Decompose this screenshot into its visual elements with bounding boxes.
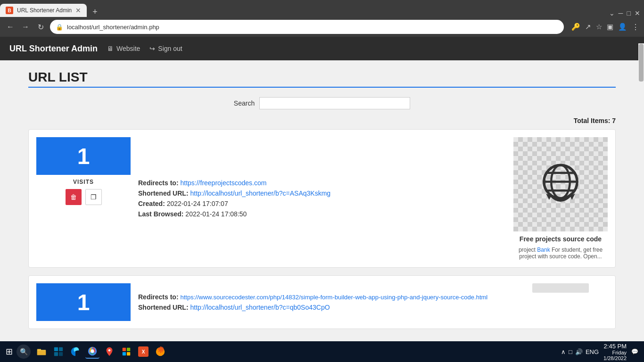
taskbar-task-view[interactable]	[51, 345, 66, 359]
search-input[interactable]	[259, 97, 410, 109]
menu-icon[interactable]: ⋮	[632, 23, 639, 32]
show-hidden-icons[interactable]: ∧	[561, 348, 566, 355]
profile-icon[interactable]: 👤	[618, 23, 627, 31]
preview-desc-normal: project	[519, 247, 537, 253]
visits-count-2: 1	[77, 289, 90, 315]
redirects-to-label-2: Redirects to:	[138, 293, 179, 301]
tab-list-icon[interactable]: ⌄	[609, 9, 615, 17]
page-title: URL LIST	[28, 70, 616, 85]
reload-button[interactable]: ↻	[35, 23, 46, 32]
preview-desc-link: Bank	[537, 247, 550, 253]
redirects-to-line: Redirects to: https://freeprojectscodes.…	[138, 179, 506, 187]
created-label: Created:	[138, 200, 165, 207]
shortened-url[interactable]: http://localhost/url_shortener/b?c=ASAq3…	[190, 189, 330, 197]
signout-link[interactable]: ↪ Sign out	[149, 45, 182, 52]
main-content: URL LIST Search Total Items: 7 1 VISITS …	[0, 60, 644, 346]
address-url-text: localhost/url_shortener/admin.php	[67, 24, 558, 31]
svg-point-16	[108, 349, 111, 352]
globe-icon	[535, 158, 586, 210]
minimize-button[interactable]: ─	[619, 9, 623, 17]
url-preview: Free projects source code project Bank F…	[513, 137, 608, 260]
visits-number-box-2: 1	[36, 283, 131, 321]
website-link[interactable]: 🖥 Website	[107, 45, 140, 52]
taskbar-chrome[interactable]	[85, 345, 99, 359]
back-button[interactable]: ←	[5, 23, 16, 31]
redirects-to-url-2[interactable]: https://www.sourcecodester.com/php/14832…	[180, 294, 487, 301]
extensions-icon[interactable]: ▣	[607, 23, 613, 31]
redirects-to-url[interactable]: https://freeprojectscodes.com	[180, 179, 266, 187]
shortened-url-line: Shortened URL: http://localhost/url_shor…	[138, 189, 506, 197]
title-divider	[28, 87, 616, 88]
last-browsed-line: Last Browsed: 2022-01-24 17:08:50	[138, 210, 506, 218]
browser-window: B URL Shortener Admin ✕ + ⌄ ─ □ ✕ ← → ↻ …	[0, 0, 644, 362]
shortened-url-2[interactable]: http://localhost/url_shortener/b?c=qb0So…	[190, 304, 330, 311]
signout-label: Sign out	[158, 45, 182, 52]
url-card: 1 VISITS 🗑 ❐ Redirects to: https://freep…	[28, 129, 616, 268]
taskbar-firefox[interactable]	[153, 345, 167, 359]
taskbar-clock[interactable]: 2:45 PM Friday 1/28/2022	[603, 343, 627, 361]
taskbar-edge[interactable]	[68, 345, 83, 359]
taskbar-search-button[interactable]: 🔍	[17, 345, 31, 359]
tab-right-controls: ⌄ ─ □ ✕	[609, 9, 644, 17]
shortened-url-line-2: Shortened URL: http://localhost/url_shor…	[138, 304, 506, 311]
tab-title: URL Shortener Admin	[17, 7, 72, 14]
svg-rect-17	[123, 348, 126, 351]
redirects-to-line-2: Redirects to: https://www.sourcecodester…	[138, 293, 506, 301]
copy-button[interactable]: ❐	[85, 189, 102, 205]
svg-rect-9	[37, 351, 46, 355]
visits-actions: 🗑 ❐	[66, 189, 102, 205]
date-display: Friday	[603, 350, 627, 355]
address-bar[interactable]: 🔒 localhost/url_shortener/admin.php	[50, 20, 564, 34]
bookmark-icon[interactable]: ☆	[596, 23, 602, 31]
shortened-url-label-2: Shortened URL:	[138, 304, 189, 311]
delete-button[interactable]: 🗑	[66, 189, 82, 205]
url-info-2: Redirects to: https://www.sourcecodester…	[138, 283, 506, 321]
svg-rect-20	[127, 352, 130, 355]
share-icon[interactable]: ↗	[585, 23, 591, 31]
taskbar-maps[interactable]	[102, 345, 116, 359]
shortened-url-label: Shortened URL:	[138, 189, 189, 197]
taskbar-file-explorer[interactable]	[34, 345, 49, 359]
scrollbar-thumb[interactable]	[639, 44, 644, 82]
network-icon[interactable]: □	[569, 348, 572, 355]
url-preview-image	[513, 137, 608, 231]
svg-rect-18	[127, 348, 130, 351]
taskbar-store[interactable]	[119, 345, 133, 359]
created-line: Created: 2022-01-24 17:07:07	[138, 200, 506, 207]
volume-icon[interactable]: 🔊	[575, 348, 583, 355]
visits-label: VISITS	[73, 179, 94, 185]
taskbar-sys-icons: ∧ □ 🔊 ENG	[561, 348, 599, 355]
scrollbar-track[interactable]	[638, 43, 644, 341]
preview-placeholder	[532, 283, 589, 293]
key-icon[interactable]: 🔑	[571, 23, 580, 31]
active-tab[interactable]: B URL Shortener Admin ✕	[0, 4, 87, 17]
tab-close-button[interactable]: ✕	[75, 7, 81, 14]
svg-rect-10	[54, 347, 58, 351]
redirects-to-label: Redirects to:	[138, 179, 179, 187]
website-label: Website	[116, 45, 140, 52]
total-items: Total Items: 7	[28, 117, 616, 124]
signout-icon: ↪	[149, 45, 155, 52]
last-browsed-date: 2022-01-24 17:08:50	[185, 210, 247, 218]
taskbar-xampp[interactable]: X	[136, 345, 150, 359]
created-date: 2022-01-24 17:07:07	[167, 200, 228, 207]
forward-button[interactable]: →	[20, 23, 31, 31]
taskbar-pinned-icons: X	[34, 345, 167, 359]
taskbar: ⊞ 🔍	[0, 341, 644, 362]
app-header: URL Shortener Admin 🖥 Website ↪ Sign out	[0, 37, 644, 60]
new-tab-button[interactable]: +	[89, 7, 101, 17]
lang-label: ENG	[586, 348, 599, 355]
day-display: Friday	[612, 350, 627, 355]
app-title: URL Shortener Admin	[9, 44, 98, 54]
url-info: Redirects to: https://freeprojectscodes.…	[138, 137, 506, 260]
close-window-button[interactable]: ✕	[635, 9, 640, 17]
visits-block-2: 1	[36, 283, 131, 321]
tab-bar: B URL Shortener Admin ✕ + ⌄ ─ □ ✕	[0, 0, 644, 17]
preview-title: Free projects source code	[520, 235, 602, 243]
start-button[interactable]: ⊞	[6, 346, 13, 357]
svg-point-15	[91, 349, 94, 353]
svg-rect-11	[59, 347, 63, 351]
search-row: Search	[28, 97, 616, 109]
maximize-button[interactable]: □	[627, 9, 631, 17]
notification-icon[interactable]: 💬	[631, 348, 638, 355]
